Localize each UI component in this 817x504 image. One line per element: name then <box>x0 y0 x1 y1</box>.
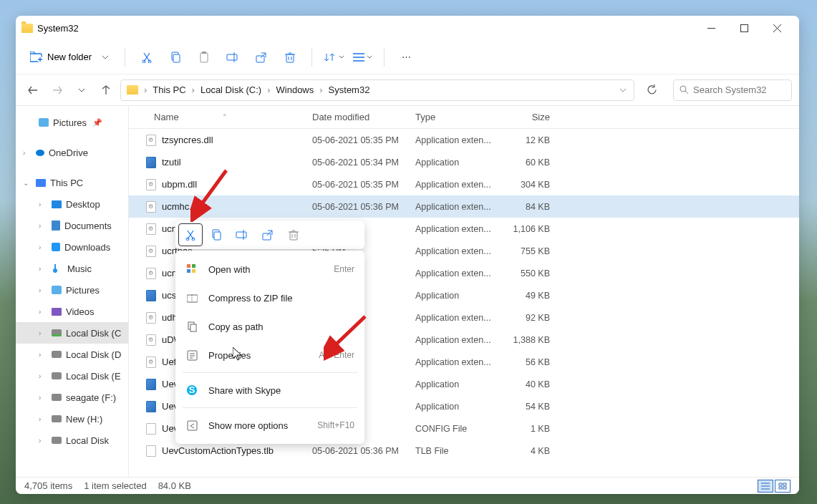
sort-button[interactable] <box>321 44 347 70</box>
disk-icon <box>52 437 62 444</box>
sidebar-item-onedrive[interactable]: ›OneDrive <box>16 142 128 163</box>
file-type: Application exten... <box>415 180 501 190</box>
file-icon <box>146 357 156 368</box>
back-button[interactable] <box>23 80 43 100</box>
menu-more-options[interactable]: Show more options Shift+F10 <box>175 411 364 440</box>
delete-button[interactable] <box>281 223 306 246</box>
menu-copy-path[interactable]: Copy as path <box>175 312 364 341</box>
sidebar-item-new-h[interactable]: ›New (H:) <box>16 408 128 430</box>
sidebar-item-videos[interactable]: ›Videos <box>16 301 128 322</box>
menu-compress[interactable]: Compress to ZIP file <box>175 284 364 312</box>
window-title: System32 <box>37 23 79 34</box>
file-type: Application exten... <box>415 268 501 278</box>
file-row[interactable]: tzutil05-06-2021 05:34 PMApplication60 K… <box>129 151 799 173</box>
sidebar-item-music[interactable]: ›Music <box>16 258 128 279</box>
file-size: 54 KB <box>501 402 556 412</box>
file-size: 40 KB <box>501 379 556 389</box>
column-type[interactable]: Type <box>415 112 501 122</box>
cursor-icon <box>233 347 244 362</box>
forward-button[interactable] <box>47 80 67 100</box>
file-row[interactable]: tzsyncres.dll05-06-2021 05:35 PMApplicat… <box>129 129 799 151</box>
status-size: 84.0 KB <box>158 480 191 491</box>
divider <box>311 48 312 67</box>
file-icon <box>146 334 156 346</box>
sidebar-item-documents[interactable]: ›Documents <box>16 215 128 236</box>
sidebar-item-disk-d[interactable]: ›Local Disk (D <box>16 344 128 365</box>
menu-share-skype[interactable]: S Share with Skype <box>175 376 364 404</box>
close-button[interactable] <box>760 17 793 39</box>
sidebar-item-thispc[interactable]: ⌄This PC <box>16 172 128 193</box>
svg-rect-24 <box>290 232 297 240</box>
breadcrumb[interactable]: › This PC › Local Disk (C:) › Windows › … <box>120 79 634 101</box>
more-button[interactable]: ⋯ <box>393 44 419 70</box>
sidebar-item-desktop[interactable]: ›Desktop <box>16 193 128 215</box>
copy-button[interactable] <box>204 223 228 246</box>
column-size[interactable]: Size <box>501 112 556 122</box>
content-area: Pictures📌 ›OneDrive ⌄This PC ›Desktop ›D… <box>16 106 799 477</box>
menu-open-with[interactable]: Open with Enter <box>175 255 364 284</box>
file-icon <box>146 201 156 213</box>
file-date: 05-06-2021 05:35 PM <box>312 180 415 190</box>
delete-button[interactable] <box>277 44 303 70</box>
cut-button[interactable] <box>178 223 203 246</box>
svg-rect-23 <box>263 233 271 240</box>
rename-button[interactable] <box>230 223 254 246</box>
view-button[interactable] <box>349 44 375 70</box>
share-button[interactable] <box>256 223 280 246</box>
divider <box>384 48 385 67</box>
svg-rect-27 <box>187 269 190 273</box>
chevron-right-icon: › <box>318 84 324 95</box>
maximize-button[interactable] <box>727 17 760 39</box>
file-icon <box>146 290 156 301</box>
search-input[interactable]: Search System32 <box>673 79 792 101</box>
rename-button[interactable] <box>220 44 246 70</box>
chevron-right-icon: › <box>39 200 47 208</box>
minimize-button[interactable] <box>695 17 727 39</box>
sidebar-item-seagate[interactable]: ›seagate (F:) <box>16 387 128 408</box>
file-type: CONFIG File <box>415 424 501 434</box>
breadcrumb-item[interactable]: System32 <box>326 84 373 95</box>
sidebar-item-pictures[interactable]: ›Pictures <box>16 279 128 301</box>
copy-button[interactable] <box>163 44 188 70</box>
sidebar-item-downloads[interactable]: ›Downloads <box>16 236 128 258</box>
sidebar-item-disk-c[interactable]: ›Local Disk (C <box>16 322 128 344</box>
file-type: Application exten... <box>415 335 501 345</box>
file-icon <box>146 246 156 257</box>
chevron-down-icon: ⌄ <box>23 179 32 187</box>
breadcrumb-item[interactable]: Local Disk (C:) <box>198 84 264 95</box>
cut-button[interactable] <box>134 44 160 70</box>
disk-icon <box>52 329 62 336</box>
share-button[interactable] <box>248 44 274 70</box>
menu-properties[interactable]: Properties Alt+Enter <box>175 341 364 369</box>
column-date[interactable]: Date modified <box>312 112 415 122</box>
sidebar-item-disk-e[interactable]: ›Local Disk (E <box>16 365 128 387</box>
svg-text:S: S <box>189 384 195 395</box>
file-type: Application exten... <box>415 357 501 367</box>
svg-rect-35 <box>188 421 197 430</box>
svg-rect-0 <box>707 28 715 29</box>
refresh-button[interactable] <box>642 80 662 100</box>
sort-indicator-icon: ⌃ <box>222 113 228 120</box>
svg-rect-31 <box>190 324 196 331</box>
recent-button[interactable] <box>72 80 92 100</box>
divider <box>125 48 125 67</box>
details-view-button[interactable] <box>758 480 773 493</box>
chevron-right-icon: › <box>39 415 47 423</box>
icons-view-button[interactable] <box>775 480 791 493</box>
sidebar-item-disk[interactable]: ›Local Disk <box>16 430 128 451</box>
new-folder-button[interactable]: New folder <box>23 48 116 66</box>
folder-icon <box>127 85 138 94</box>
chevron-right-icon: › <box>266 84 271 95</box>
file-size: 60 KB <box>501 158 556 168</box>
file-type: Application <box>415 291 501 301</box>
file-type: Application exten... <box>415 202 501 212</box>
breadcrumb-item[interactable]: This PC <box>150 84 188 95</box>
column-name[interactable]: Name⌃ <box>129 112 312 122</box>
paste-button[interactable] <box>191 44 217 70</box>
up-button[interactable] <box>96 80 116 100</box>
sidebar-item-pictures[interactable]: Pictures📌 <box>16 112 128 133</box>
chevron-down-icon[interactable] <box>619 88 631 92</box>
file-row[interactable]: ubpm.dll05-06-2021 05:35 PMApplication e… <box>129 173 799 195</box>
file-row[interactable]: ucmhc.dll05-06-2021 05:36 PMApplication … <box>129 195 799 218</box>
breadcrumb-item[interactable]: Windows <box>274 84 317 95</box>
